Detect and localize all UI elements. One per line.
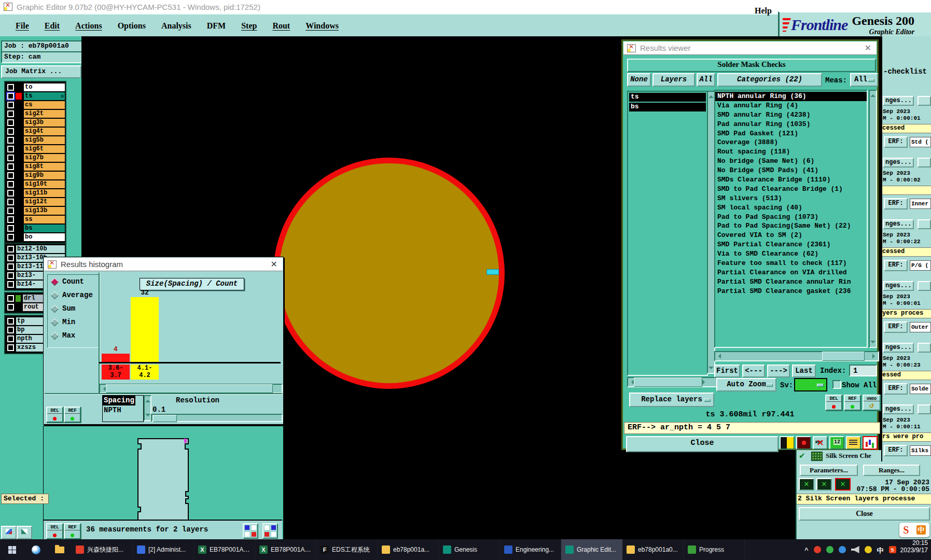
prev-button[interactable]: <---: [742, 365, 765, 377]
scroll-thumb[interactable]: [634, 377, 702, 387]
scroll-thumb[interactable]: [822, 352, 865, 361]
category-item[interactable]: Partial Clearance on VIA drilled: [715, 268, 867, 277]
layer-checkbox[interactable]: [7, 225, 14, 232]
layer-label[interactable]: sig11b: [24, 189, 65, 197]
viewer-tool-icon[interactable]: [829, 436, 844, 450]
tray-icon[interactable]: S: [889, 546, 896, 553]
layer-row[interactable]: rout: [6, 303, 44, 311]
layer-checkbox[interactable]: [7, 234, 14, 241]
layer-row[interactable]: sig8t: [6, 163, 65, 171]
viewer-tool-icon[interactable]: [846, 436, 861, 450]
ref-button[interactable]: REF: [844, 395, 861, 411]
layer-checkbox[interactable]: [7, 207, 14, 214]
tray-icon[interactable]: [865, 546, 872, 553]
stat-radio[interactable]: Sum: [52, 302, 100, 315]
layer-checkbox[interactable]: [7, 102, 14, 108]
layer-label[interactable]: to: [24, 83, 65, 91]
checklist-action-icon[interactable]: ✕: [799, 478, 814, 491]
category-item[interactable]: Partial SMD Clearance gasket (236: [715, 287, 867, 296]
show-all-checkbox[interactable]: [832, 380, 841, 389]
layer-label[interactable]: sig2t: [24, 110, 65, 118]
layer-checkbox[interactable]: [7, 255, 14, 261]
layer-label[interactable]: sig5b: [24, 136, 65, 144]
layer-label[interactable]: cs: [24, 101, 65, 109]
changes-button[interactable]: nges...: [883, 281, 914, 291]
layer-checkbox[interactable]: [7, 335, 14, 342]
taskbar-app-button[interactable]: X EB78P001A0...: [194, 539, 255, 560]
layer-row[interactable]: sig13b: [6, 207, 65, 215]
sogou-input-widget[interactable]: S 中: [899, 523, 929, 537]
layer-label[interactable]: sig13b: [24, 207, 65, 215]
del-button[interactable]: DEL: [46, 523, 63, 539]
erf-button[interactable]: ERF:: [884, 445, 908, 456]
layer-label[interactable]: rout: [23, 303, 44, 311]
tray-icon[interactable]: 中: [877, 546, 884, 553]
layer-checkbox[interactable]: [7, 216, 14, 223]
viewer-tool-icon[interactable]: [796, 436, 811, 450]
category-item[interactable]: No bridge (Same Net) (6): [715, 157, 867, 166]
layer-row[interactable]: cs: [6, 101, 65, 109]
layer-label[interactable]: bz12-10b: [16, 245, 65, 253]
viewer-layer-item[interactable]: bs: [629, 103, 706, 111]
category-item[interactable]: Covered VIA to SM (2): [715, 231, 867, 240]
layer-row[interactable]: to: [6, 83, 65, 91]
tray-icon[interactable]: [839, 546, 846, 553]
close-icon[interactable]: ✕: [271, 259, 277, 269]
layer-row[interactable]: bs: [6, 225, 65, 232]
layer-checkbox[interactable]: [7, 119, 14, 126]
layer-checkbox[interactable]: [7, 199, 14, 205]
scroll-right-icon[interactable]: [702, 380, 707, 385]
layer-checkbox[interactable]: [7, 304, 14, 311]
layer-row[interactable]: sig9b: [6, 172, 65, 179]
layer-row[interactable]: bz12-10b: [6, 245, 65, 253]
layer-checkbox[interactable]: [7, 295, 14, 302]
scroll-down-icon[interactable]: [870, 341, 876, 346]
scroll-left-icon[interactable]: [101, 386, 106, 391]
layer-label[interactable]: sig7b: [24, 154, 65, 162]
layer-checkbox[interactable]: [7, 181, 14, 188]
taskbar-clock[interactable]: 20:15 2023/9/17: [900, 539, 931, 560]
replace-layers-dropdown[interactable]: Replace layers: [629, 393, 714, 407]
viewer-tool-icon[interactable]: [863, 436, 878, 450]
erf-field[interactable]: Outer: [910, 322, 931, 332]
category-h-scrollbar[interactable]: [714, 351, 879, 361]
changes-button[interactable]: nges...: [883, 343, 914, 353]
layer-row[interactable]: xzszs: [6, 344, 44, 352]
menu-item[interactable]: Step: [241, 21, 257, 31]
layer-checkbox[interactable]: [7, 84, 14, 91]
first-button[interactable]: First: [714, 365, 740, 377]
ranges-button[interactable]: Ranges...: [863, 465, 920, 476]
taskbar-app-button[interactable]: F EDS工程系统: [316, 539, 378, 560]
tool-button-1[interactable]: [1, 526, 17, 539]
job-matrix-button[interactable]: Job Matrix ...: [1, 65, 81, 78]
tray-icon[interactable]: ^: [804, 546, 809, 553]
layer-label[interactable]: sig8t: [24, 163, 65, 171]
taskbar-app-button[interactable]: Progress: [684, 539, 745, 560]
layer-label[interactable]: sig4t: [24, 128, 65, 135]
resolution-slider[interactable]: [151, 414, 283, 422]
layer-checkbox[interactable]: [7, 272, 14, 279]
layer-label[interactable]: sig9b: [24, 172, 65, 179]
measurement-type-item[interactable]: NPTH: [103, 405, 122, 415]
stat-radio[interactable]: Count: [52, 275, 100, 288]
layer-row[interactable]: tp: [6, 317, 44, 325]
stub-button[interactable]: [918, 219, 931, 229]
layer-checkbox[interactable]: [7, 263, 14, 270]
close-icon[interactable]: ✕: [865, 43, 871, 53]
scroll-up-icon[interactable]: [145, 397, 150, 402]
category-item[interactable]: SMDs Clearance Bridge (1110): [715, 175, 867, 185]
layer-row[interactable]: sig7b: [6, 154, 65, 162]
viewer-tool-icon[interactable]: [780, 436, 795, 450]
viewer-tool-icon[interactable]: [813, 436, 828, 450]
erf-button[interactable]: ERF:: [884, 383, 908, 395]
erf-field[interactable]: Silks: [910, 445, 931, 456]
layer-checkbox[interactable]: [7, 344, 14, 351]
category-item[interactable]: Pad annular Ring (1035): [715, 120, 867, 129]
quad-icon-button[interactable]: [243, 523, 258, 539]
taskbar-app-button[interactable]: eb78p001a0...: [622, 539, 684, 560]
stat-radio[interactable]: Min: [52, 315, 100, 329]
layer-row[interactable]: bo: [6, 233, 65, 241]
del-button[interactable]: DEL: [46, 407, 63, 423]
scroll-down-icon[interactable]: [145, 414, 150, 419]
file-explorer-button[interactable]: [48, 539, 72, 560]
